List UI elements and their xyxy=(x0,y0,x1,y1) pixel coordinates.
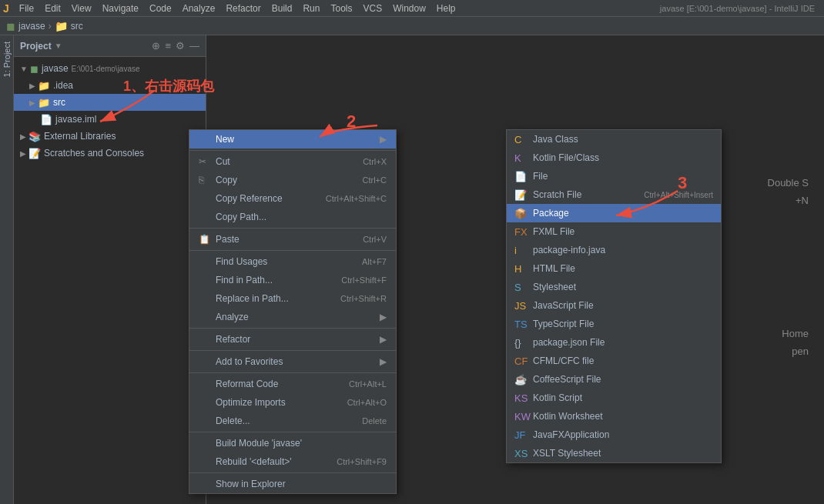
iml-icon: 📄 xyxy=(40,114,52,125)
ctx-item-replace-path[interactable]: Replace in Path... Ctrl+Shift+R xyxy=(189,289,396,308)
ctx-item-find-path[interactable]: Find in Path... Ctrl+Shift+F xyxy=(189,271,396,289)
ctx-item-delete[interactable]: Delete... Delete xyxy=(189,412,396,430)
sub-item-javafx-app[interactable]: JF JavaFXApplication xyxy=(507,426,721,444)
ctx-item-label: Delete... xyxy=(216,416,250,426)
sub-item-java-class[interactable]: C Java Class xyxy=(507,130,721,149)
menu-item-run[interactable]: Run xyxy=(297,2,325,15)
ctx-separator-5 xyxy=(189,350,396,351)
sub-item-label: Java Class xyxy=(533,134,578,145)
menu-item-analyze[interactable]: Analyze xyxy=(177,2,221,15)
sub-item-kotlin-script[interactable]: KS Kotlin Script xyxy=(507,389,721,407)
sub-item-kotlin-worksheet[interactable]: KW Kotlin Worksheet xyxy=(507,407,721,426)
shortcut-hint-pen: pen xyxy=(792,345,809,357)
ctx-item-label: Refactor xyxy=(216,334,250,345)
ctx-item-new[interactable]: New ▶ xyxy=(189,130,396,149)
sub-item-file[interactable]: 📄 File xyxy=(507,167,721,185)
sub-item-package[interactable]: 📦 Package xyxy=(507,204,721,222)
ctx-item-show-explorer[interactable]: Show in Explorer xyxy=(189,475,396,493)
sub-item-fxml[interactable]: FX FXML File xyxy=(507,222,721,241)
sub-item-label: Stylesheet xyxy=(533,282,576,292)
tree-item-javase[interactable]: ▼ ◼ javase E:\001-demo\javase xyxy=(14,60,206,77)
ctx-item-build-module[interactable]: Build Module 'javase' xyxy=(189,434,396,452)
breadcrumb-module[interactable]: javase xyxy=(18,21,45,32)
ctx-item-label: Optimize Imports xyxy=(216,397,286,408)
ctx-shortcut: Alt+F7 xyxy=(362,257,387,266)
coffee-icon: ☕ xyxy=(514,374,528,386)
sub-item-scratch[interactable]: 📝 Scratch File Ctrl+Alt+Shift+Insert xyxy=(507,185,721,204)
sub-item-package-info[interactable]: i package-info.java xyxy=(507,241,721,259)
sub-item-stylesheet[interactable]: S Stylesheet xyxy=(507,278,721,296)
menu-item-edit[interactable]: Edit xyxy=(39,2,66,15)
shortcut-hint-home: Home xyxy=(782,328,809,339)
ctx-item-find-usages[interactable]: Find Usages Alt+F7 xyxy=(189,252,396,271)
menu-item-tools[interactable]: Tools xyxy=(325,2,357,15)
sub-item-label: Kotlin Worksheet xyxy=(533,411,603,422)
ctx-item-label: Find in Path... xyxy=(216,275,273,285)
project-dropdown-icon[interactable]: ▼ xyxy=(55,42,62,50)
menu-item-vcs[interactable]: VCS xyxy=(357,2,387,15)
tree-item-scratches[interactable]: ▶ 📝 Scratches and Consoles xyxy=(14,145,206,162)
css-icon: S xyxy=(514,282,528,293)
tree-item-path: E:\001-demo\javase xyxy=(72,65,140,73)
ctx-item-paste[interactable]: 📋 Paste Ctrl+V xyxy=(189,230,396,249)
ctx-item-reformat[interactable]: Reformat Code Ctrl+Alt+L xyxy=(189,375,396,393)
ctx-item-label: Add to Favorites xyxy=(216,356,283,367)
menu-item-help[interactable]: Help xyxy=(431,2,461,15)
sub-item-html[interactable]: H HTML File xyxy=(507,259,721,278)
ctx-item-favorites[interactable]: Add to Favorites ▶ xyxy=(189,352,396,371)
locate-icon[interactable]: ⊕ xyxy=(152,40,160,52)
ctx-item-label: Replace in Path... xyxy=(216,293,289,304)
ctx-item-copy-reference[interactable]: Copy Reference Ctrl+Alt+Shift+C xyxy=(189,189,396,208)
sub-item-cfml[interactable]: CF CFML/CFC file xyxy=(507,352,721,370)
sub-item-coffee[interactable]: ☕ CoffeeScript File xyxy=(507,370,721,389)
ctx-item-label: Show in Explorer xyxy=(216,479,286,489)
submenu-arrow: ▶ xyxy=(380,356,387,367)
tree-item-label: javase xyxy=(42,63,69,74)
ctx-item-copy[interactable]: ⎘ Copy Ctrl+C xyxy=(189,171,396,189)
collapse-icon[interactable]: ≡ xyxy=(165,40,171,52)
sub-item-xslt[interactable]: XS XSLT Stylesheet xyxy=(507,444,721,462)
menu-item-build[interactable]: Build xyxy=(266,2,298,15)
ctx-separator xyxy=(189,150,396,151)
sub-item-json[interactable]: {} package.json File xyxy=(507,333,721,352)
sub-item-label: CoffeeScript File xyxy=(533,374,601,385)
scratches-icon: 📝 xyxy=(28,148,41,159)
ctx-item-copy-path[interactable]: Copy Path... xyxy=(189,208,396,226)
sub-item-label: HTML File xyxy=(533,263,575,274)
project-panel-header: Project ▼ ⊕ ≡ ⚙ — xyxy=(14,35,206,57)
menu-item-window[interactable]: Window xyxy=(387,2,431,15)
minimize-icon[interactable]: — xyxy=(189,40,199,52)
ctx-item-analyze[interactable]: Analyze ▶ xyxy=(189,308,396,326)
tree-item-ext-libs[interactable]: ▶ 📚 External Libraries xyxy=(14,128,206,145)
menu-item-view[interactable]: View xyxy=(66,2,97,15)
ctx-shortcut: Ctrl+V xyxy=(363,235,387,244)
folder-icon: 📁 xyxy=(55,20,68,32)
menu-item-code[interactable]: Code xyxy=(144,2,177,15)
cfml-icon: CF xyxy=(514,355,528,367)
side-tab[interactable]: 1: Project xyxy=(0,35,14,504)
expand-arrow: ▶ xyxy=(29,98,35,107)
ctx-item-label: Find Usages xyxy=(216,256,267,267)
breadcrumb-folder[interactable]: src xyxy=(71,21,83,32)
sub-item-js[interactable]: JS JavaScript File xyxy=(507,296,721,315)
tree-item-idea[interactable]: ▶ 📁 .idea xyxy=(14,77,206,94)
ctx-item-label: Cut xyxy=(216,156,230,167)
src-folder-icon: 📁 xyxy=(38,97,50,108)
file-icon: 📄 xyxy=(514,171,528,182)
sub-item-label: Package xyxy=(533,208,569,219)
expand-arrow: ▶ xyxy=(29,82,35,90)
ctx-item-optimize[interactable]: Optimize Imports Ctrl+Alt+O xyxy=(189,393,396,412)
ctx-item-rebuild[interactable]: Rebuild '<default>' Ctrl+Shift+F9 xyxy=(189,452,396,471)
settings-icon[interactable]: ⚙ xyxy=(176,40,185,52)
menu-item-file[interactable]: File xyxy=(14,2,39,15)
ctx-item-refactor[interactable]: Refactor ▶ xyxy=(189,330,396,349)
tree-item-iml[interactable]: 📄 javase.iml xyxy=(14,111,206,128)
tree-item-src[interactable]: ▶ 📁 src xyxy=(14,94,206,111)
ctx-item-label: Reformat Code xyxy=(216,379,278,389)
sub-item-kotlin-file[interactable]: K Kotlin File/Class xyxy=(507,149,721,167)
menu-item-refactor[interactable]: Refactor xyxy=(220,2,266,15)
ctx-item-cut[interactable]: ✂ Cut Ctrl+X xyxy=(189,152,396,171)
cut-icon: ✂ xyxy=(199,156,211,167)
sub-item-ts[interactable]: TS TypeScript File xyxy=(507,315,721,333)
menu-item-navigate[interactable]: Navigate xyxy=(97,2,144,15)
